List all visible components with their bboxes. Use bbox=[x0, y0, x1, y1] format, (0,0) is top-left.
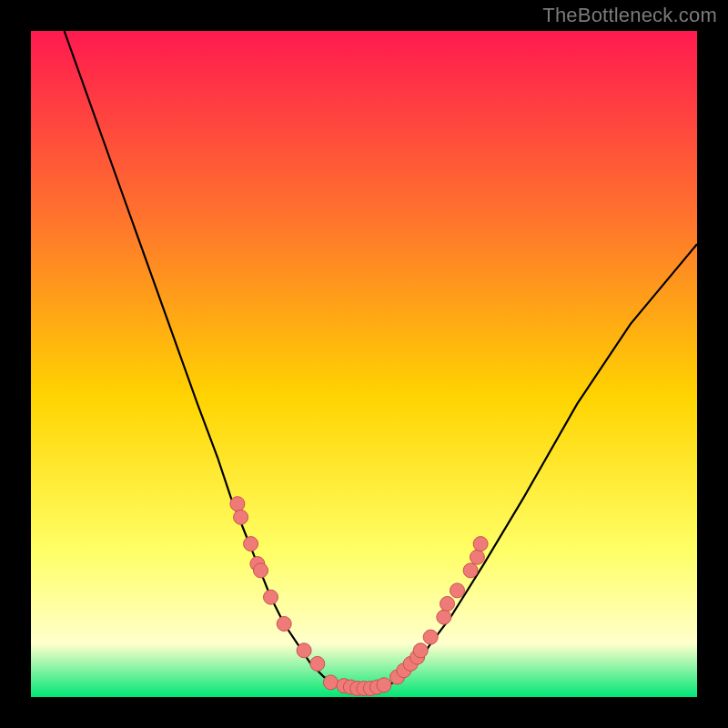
data-marker bbox=[230, 497, 245, 511]
data-marker bbox=[244, 537, 258, 551]
data-marker bbox=[264, 590, 278, 604]
data-marker bbox=[423, 630, 438, 644]
data-marker bbox=[470, 550, 484, 564]
data-marker bbox=[463, 563, 478, 578]
data-marker bbox=[254, 563, 268, 578]
data-marker bbox=[450, 583, 465, 598]
gradient-bg bbox=[31, 31, 697, 697]
data-marker bbox=[440, 597, 455, 612]
data-marker bbox=[377, 678, 391, 693]
chart-svg bbox=[31, 31, 697, 697]
data-marker bbox=[473, 537, 488, 551]
data-marker bbox=[437, 610, 451, 624]
data-marker bbox=[413, 643, 428, 658]
data-marker bbox=[310, 656, 325, 671]
data-marker bbox=[323, 675, 338, 690]
data-marker bbox=[234, 510, 248, 524]
plot-area bbox=[31, 31, 697, 697]
watermark-text: TheBottleneck.com bbox=[542, 4, 717, 27]
chart-frame: TheBottleneck.com bbox=[0, 0, 728, 728]
data-marker bbox=[277, 617, 291, 632]
data-marker bbox=[297, 643, 311, 658]
